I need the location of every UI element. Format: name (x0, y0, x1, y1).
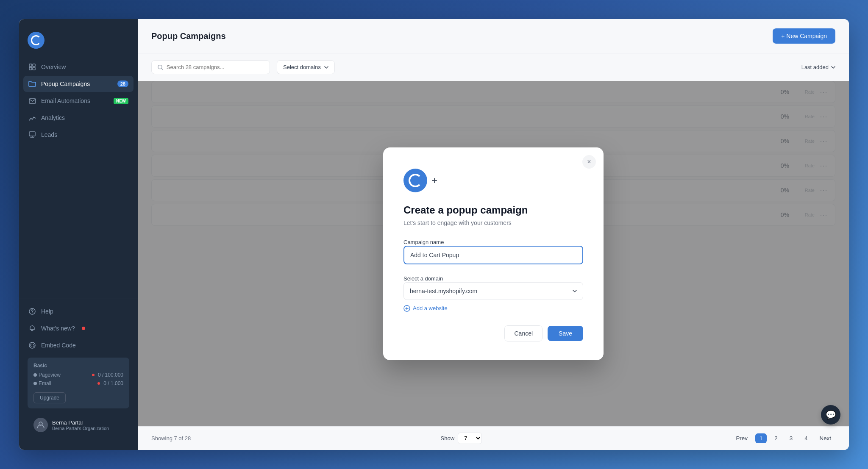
leads-icon (28, 131, 36, 139)
email-count: 0 / 1.000 (103, 380, 123, 386)
new-campaign-button[interactable]: + New Campaign (773, 28, 835, 44)
svg-rect-5 (29, 132, 35, 136)
sidebar-item-label-email: Email Automations (41, 97, 90, 104)
email-new-badge: NEW (114, 98, 128, 104)
add-circle-icon (403, 305, 410, 312)
email-required-dot (97, 382, 100, 385)
header: Popup Campaigns + New Campaign (138, 19, 849, 53)
user-org: Berna Partal's Organization (52, 426, 123, 431)
sidebar-item-label-overview: Overview (41, 64, 66, 70)
svg-rect-0 (29, 64, 32, 67)
show-control: Show 7 14 28 (441, 433, 482, 444)
avatar (33, 418, 48, 432)
svg-point-7 (32, 313, 33, 314)
app-logo-icon (28, 32, 45, 49)
add-website-label: Add a website (413, 305, 448, 311)
page-2-button[interactable]: 2 (770, 433, 782, 443)
plan-row-email: Email 0 / 1.000 (33, 380, 123, 386)
domain-dropdown[interactable]: berna-test.myshopify.com (403, 282, 583, 300)
chart-icon (28, 114, 36, 122)
upgrade-button[interactable]: Upgrade (33, 392, 66, 403)
add-website-link[interactable]: Add a website (403, 305, 583, 312)
next-button[interactable]: Next (815, 433, 835, 443)
domain-chevron-icon (573, 290, 577, 292)
cancel-button[interactable]: Cancel (504, 325, 542, 341)
footer: Showing 7 of 28 Show 7 14 28 Prev 1 2 3 … (138, 426, 849, 450)
create-campaign-modal: × + Create a popup campaign Let's start … (383, 147, 604, 360)
prev-button[interactable]: Prev (732, 433, 751, 443)
campaign-name-label: Campaign name (403, 239, 444, 245)
svg-rect-3 (33, 67, 35, 70)
show-label: Show (441, 435, 455, 441)
main-content: Popup Campaigns + New Campaign Select do… (138, 19, 849, 450)
chat-icon: 💬 (826, 410, 836, 420)
user-section: Berna Partal Berna Partal's Organization (28, 413, 129, 437)
save-button[interactable]: Save (548, 326, 583, 341)
search-box[interactable] (151, 60, 270, 74)
sidebar-item-email-automations[interactable]: Email Automations NEW (23, 93, 134, 109)
email-icon (28, 97, 36, 105)
sidebar-item-overview[interactable]: Overview (23, 59, 134, 75)
page-3-button[interactable]: 3 (785, 433, 797, 443)
showing-text: Showing 7 of 28 (151, 435, 191, 441)
modal-app-logo (403, 169, 427, 192)
search-icon (158, 64, 163, 70)
close-icon: × (587, 158, 591, 166)
sidebar-item-label-help: Help (41, 308, 53, 315)
bell-icon (28, 325, 36, 332)
plan-section: Basic Pageview 0 / 100.000 Email (28, 358, 129, 408)
modal-close-button[interactable]: × (582, 155, 596, 169)
sidebar-logo (19, 28, 138, 59)
sort-label: Last added (801, 64, 829, 70)
svg-rect-2 (29, 67, 32, 70)
sidebar-item-label-whats-new: What's new? (41, 325, 75, 332)
email-toggle (33, 382, 37, 385)
page-1-button[interactable]: 1 (755, 433, 767, 443)
page-title: Popup Campaigns (151, 31, 226, 41)
sidebar-item-help[interactable]: Help (23, 303, 134, 319)
sidebar-item-label-popup: Popup Campaigns (41, 80, 90, 87)
user-name: Berna Partal (52, 419, 123, 426)
campaign-name-input[interactable] (403, 246, 583, 264)
page-4-button[interactable]: 4 (800, 433, 812, 443)
sidebar-item-embed-code[interactable]: Embed Code (23, 337, 134, 353)
show-select[interactable]: 7 14 28 (458, 433, 482, 444)
modal-title: Create a popup campaign (403, 204, 583, 216)
content-area: 0% Rate ⋯ 0% Rate ⋯ 0% Rate ⋯ 0% Rate ⋯ (138, 81, 849, 426)
toolbar: Select domains Last added (138, 53, 849, 81)
sidebar-item-label-leads: Leads (41, 131, 57, 138)
folder-icon (28, 80, 36, 88)
sort-chevron-icon (831, 66, 835, 69)
plus-icon: + (431, 175, 437, 186)
pageview-count: 0 / 100.000 (98, 372, 123, 378)
pageview-required-dot (92, 374, 95, 376)
sort-control[interactable]: Last added (801, 64, 835, 70)
domain-select-label: Select a domain (403, 275, 443, 282)
popup-campaigns-badge: 28 (117, 80, 128, 87)
domain-select-dropdown[interactable]: Select domains (277, 60, 335, 74)
modal-overlay: × + Create a popup campaign Let's start … (138, 81, 849, 426)
modal-subtitle: Let's start to engage with your customer… (403, 219, 583, 226)
search-input[interactable] (167, 64, 264, 70)
sidebar-item-label-analytics: Analytics (41, 114, 65, 121)
pageview-toggle (33, 373, 37, 377)
domain-value: berna-test.myshopify.com (410, 288, 477, 294)
sidebar-bottom: Help What's new? Embed Cod (19, 299, 138, 441)
code-icon (28, 341, 36, 349)
user-info: Berna Partal Berna Partal's Organization (52, 419, 123, 431)
email-label: Email (39, 380, 95, 386)
svg-rect-1 (33, 64, 35, 67)
chevron-down-icon (324, 66, 328, 69)
chat-widget[interactable]: 💬 (821, 405, 840, 425)
pagination: Prev 1 2 3 4 Next (732, 433, 835, 443)
whats-new-dot (82, 327, 85, 330)
pageview-label: Pageview (39, 372, 89, 378)
plan-row-pageview: Pageview 0 / 100.000 (33, 372, 123, 378)
sidebar-item-whats-new[interactable]: What's new? (23, 320, 134, 336)
sidebar-nav: Overview Popup Campaigns 28 (19, 59, 138, 294)
sidebar-item-analytics[interactable]: Analytics (23, 110, 134, 126)
sidebar-item-leads[interactable]: Leads (23, 127, 134, 143)
domain-select-label: Select domains (283, 64, 321, 70)
help-icon (28, 308, 36, 315)
sidebar-item-popup-campaigns[interactable]: Popup Campaigns 28 (23, 76, 134, 92)
